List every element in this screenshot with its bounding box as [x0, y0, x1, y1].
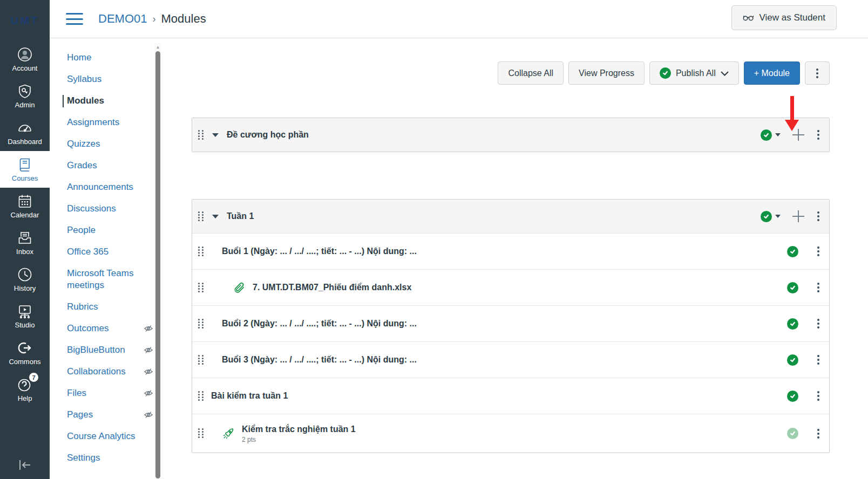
drag-handle-icon[interactable] [198, 428, 205, 439]
scrollbar-up-arrow-icon[interactable]: ▲ [154, 43, 161, 51]
drag-handle-icon[interactable] [198, 319, 205, 329]
item-title[interactable]: Kiểm tra trắc nghiệm tuần 1 [242, 424, 356, 435]
item-kebab-button[interactable] [817, 429, 819, 439]
module-publish-menu[interactable] [761, 129, 781, 141]
global-nav-label: Inbox [16, 248, 33, 256]
global-nav-item-account[interactable]: Account [0, 41, 50, 78]
kebab-icon [816, 69, 818, 78]
view-progress-button[interactable]: View Progress [568, 61, 645, 85]
add-item-button[interactable] [792, 210, 804, 222]
drag-handle-icon[interactable] [198, 211, 205, 222]
umt-logo[interactable]: UMT [0, 0, 50, 41]
hamburger-menu-icon[interactable] [66, 13, 83, 25]
course-nav-item: Microsoft Teams meetings [67, 268, 153, 292]
add-item-button[interactable] [792, 129, 804, 141]
paperclip-icon [233, 281, 246, 294]
module-collapse-icon[interactable] [212, 133, 219, 137]
item-kebab-button[interactable] [817, 283, 819, 292]
canvas-modules-page: UMT Account Admin Dashboard Courses Cale… [0, 0, 868, 479]
course-nav-link-syllabus[interactable]: Syllabus [67, 73, 101, 85]
course-nav-link-outcomes[interactable]: Outcomes [67, 323, 109, 334]
module-publish-menu[interactable] [761, 211, 781, 222]
item-kebab-button[interactable] [817, 247, 819, 256]
global-nav-item-dashboard[interactable]: Dashboard [0, 114, 50, 151]
drag-handle-icon[interactable] [198, 283, 205, 293]
course-nav-link-pages[interactable]: Pages [67, 409, 93, 421]
global-nav-label: Help [18, 394, 32, 402]
item-kebab-button[interactable] [817, 391, 819, 401]
module-kebab-button[interactable] [817, 211, 819, 221]
item-published-check-icon[interactable] [787, 246, 798, 257]
item-published-check-icon[interactable] [787, 391, 798, 402]
add-module-button[interactable]: + Module [744, 61, 800, 85]
publish-all-button[interactable]: Publish All [649, 61, 739, 85]
help-icon: 7 [17, 377, 33, 393]
drag-handle-icon[interactable] [198, 130, 205, 140]
view-as-student-button[interactable]: View as Student [731, 5, 837, 30]
course-nav-link-quizzes[interactable]: Quizzes [67, 138, 100, 150]
global-nav-item-history[interactable]: History [0, 261, 50, 298]
course-nav-link-announcements[interactable]: Announcements [67, 181, 133, 193]
module-item-quiz: Kiểm tra trắc nghiệm tuần 1 2 pts [192, 414, 829, 453]
item-published-check-icon[interactable] [787, 318, 798, 330]
item-title[interactable]: 7. UMT.DT.BM07_Phiếu điểm danh.xlsx [253, 282, 411, 293]
help-badge: 7 [29, 373, 38, 382]
breadcrumb-course-link[interactable]: DEMO01 [98, 12, 147, 26]
course-nav-item: People [67, 224, 153, 237]
item-title[interactable]: Buổi 3 (Ngày: ... / .../ ....; tiết: ...… [222, 354, 417, 365]
course-nav-item: Grades [67, 160, 153, 172]
view-as-student-label: View as Student [759, 12, 825, 23]
global-nav-label: Calendar [11, 211, 39, 219]
course-nav-link-bigbluebutton[interactable]: BigBlueButton [67, 344, 125, 356]
item-title[interactable]: Buổi 2 (Ngày: ... / .../ ....; tiết: ...… [222, 318, 417, 329]
course-nav-link-home[interactable]: Home [67, 52, 91, 64]
item-published-check-icon[interactable] [787, 282, 798, 293]
course-nav-link-grades[interactable]: Grades [67, 160, 97, 172]
drag-handle-icon[interactable] [198, 391, 205, 401]
collapse-global-nav-button[interactable] [0, 459, 50, 471]
courses-icon [17, 156, 33, 173]
breadcrumb: DEMO01 › Modules [98, 12, 206, 26]
global-nav: UMT Account Admin Dashboard Courses Cale… [0, 0, 50, 479]
scrollbar-thumb[interactable] [155, 51, 160, 478]
course-nav-link-settings[interactable]: Settings [67, 452, 100, 464]
module-item-context: Buổi 2 (Ngày: ... / .../ ....; tiết: ...… [192, 305, 829, 341]
item-kebab-button[interactable] [817, 319, 819, 329]
course-nav-link-rubrics[interactable]: Rubrics [67, 301, 98, 313]
global-nav-item-help[interactable]: 7 Help [0, 371, 50, 408]
course-nav-link-assignments[interactable]: Assignments [67, 117, 119, 128]
course-nav-item: Quizzes [67, 138, 153, 150]
course-nav-item: Announcements [67, 181, 153, 194]
global-nav-item-calendar[interactable]: Calendar [0, 188, 50, 224]
toolbar-kebab-button[interactable] [805, 61, 830, 85]
global-nav-item-admin[interactable]: Admin [0, 78, 50, 114]
drag-handle-icon[interactable] [198, 247, 205, 257]
item-published-check-icon[interactable] [787, 354, 798, 366]
item-points: 2 pts [242, 436, 356, 443]
item-published-check-icon[interactable] [787, 428, 798, 439]
course-nav-scrollbar[interactable]: ▲ [154, 43, 161, 479]
course-nav-link-people[interactable]: People [67, 224, 96, 236]
course-nav-item: Rubrics [67, 301, 153, 313]
drag-handle-icon[interactable] [198, 355, 205, 365]
course-nav-link-collaborations[interactable]: Collaborations [67, 366, 126, 378]
module-1: Đề cương học phần [192, 118, 830, 152]
course-nav-link-office-365[interactable]: Office 365 [67, 246, 109, 258]
item-title[interactable]: Bài kiểm tra tuần 1 [211, 391, 288, 401]
item-kebab-button[interactable] [817, 355, 819, 365]
global-nav-item-commons[interactable]: Commons [0, 334, 50, 371]
collapse-all-button[interactable]: Collapse All [498, 61, 564, 85]
item-title[interactable]: Buổi 1 (Ngày: ... / .../ ....; tiết: ...… [222, 246, 417, 257]
collapse-arrow-icon [17, 459, 33, 471]
module-kebab-button[interactable] [817, 130, 819, 140]
course-nav-link-course-analytics[interactable]: Course Analytics [67, 430, 135, 442]
course-nav-link-discussions[interactable]: Discussions [67, 203, 116, 215]
course-nav-link-files[interactable]: Files [67, 387, 86, 399]
module-collapse-icon[interactable] [212, 215, 219, 218]
global-nav-item-inbox[interactable]: Inbox [0, 224, 50, 261]
module-header: Tuần 1 [192, 200, 829, 233]
course-nav-link-modules[interactable]: Modules [67, 95, 104, 107]
global-nav-item-courses[interactable]: Courses [0, 151, 50, 188]
global-nav-item-studio[interactable]: Studio [0, 298, 50, 334]
course-nav-link-microsoft-teams-meetings[interactable]: Microsoft Teams meetings [67, 268, 153, 292]
